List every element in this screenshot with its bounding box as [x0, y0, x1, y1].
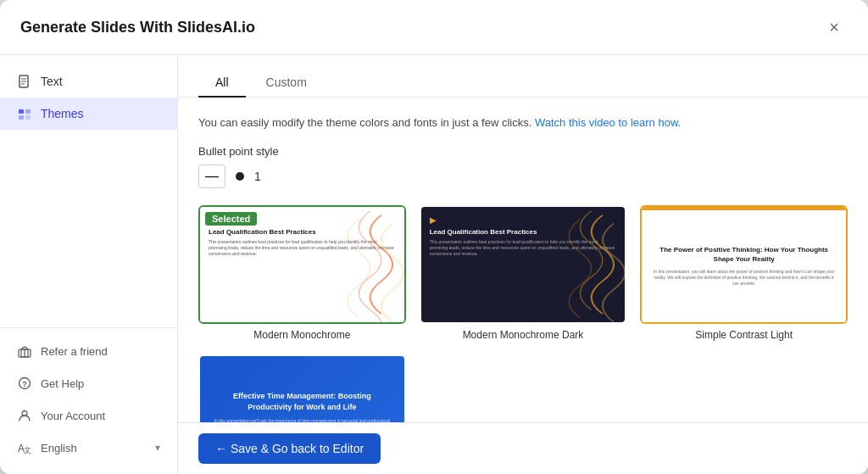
- gift-icon: [17, 343, 32, 359]
- themes-grid: Selected ▶ Lead Qualification Best Pract…: [198, 205, 848, 423]
- slide-title-2: Lead Qualification Best Practices: [430, 228, 617, 237]
- bullet-controls: — 1: [198, 165, 848, 188]
- translate-icon: A 文: [17, 440, 32, 455]
- sidebar-item-themes-label: Themes: [41, 107, 84, 120]
- svg-rect-5: [25, 109, 31, 114]
- sidebar-item-refer[interactable]: Refer a friend: [0, 335, 177, 367]
- sidebar-item-account-label: Your Account: [41, 410, 105, 422]
- language-left: A 文 English: [17, 440, 77, 455]
- slide-title-1: Lead Qualification Best Practices: [209, 228, 396, 237]
- sidebar-bottom: Refer a friend ? Get Help: [0, 327, 177, 464]
- tabs-bar: All Custom: [178, 55, 868, 98]
- sidebar-item-text-label: Text: [41, 75, 63, 88]
- theme-modern-dark-content: ▶ Lead Qualification Best Practices This…: [421, 207, 626, 322]
- theme-preview-modern-dark: ▶ Lead Qualification Best Practices This…: [420, 205, 627, 324]
- minus-icon: —: [205, 169, 219, 184]
- document-icon: [17, 74, 32, 89]
- theme-simple-light-content: The Power of Positive Thinking: How Your…: [642, 207, 846, 322]
- tab-custom[interactable]: Custom: [249, 69, 324, 98]
- chevron-down-icon: ▾: [155, 442, 160, 454]
- slide-title-3: The Power of Positive Thinking: How Your…: [650, 245, 837, 264]
- slide-body-3: In this presentation, you will learn abo…: [650, 269, 837, 287]
- sidebar-item-refer-label: Refer a friend: [41, 345, 108, 358]
- info-text: You can easily modify the theme colors a…: [198, 114, 848, 131]
- sidebar: Text Themes: [0, 55, 178, 474]
- bullet-section: Bullet point style — 1: [198, 145, 848, 188]
- sidebar-item-help[interactable]: ? Get Help: [0, 367, 177, 399]
- slide-body-4: In this presentation we'll ask the impor…: [210, 418, 394, 422]
- info-link[interactable]: Watch this video to learn how.: [535, 116, 681, 129]
- themes-icon: [17, 106, 32, 121]
- modal-header: Generate Slides With SlidesAI.io ×: [0, 0, 868, 55]
- bullet-minus-btn[interactable]: —: [198, 165, 225, 188]
- svg-rect-7: [25, 115, 31, 120]
- sidebar-item-help-label: Get Help: [41, 377, 84, 390]
- theme-preview-simple-light: The Power of Positive Thinking: How Your…: [640, 205, 848, 324]
- language-label: English: [41, 442, 77, 454]
- theme-preview-blue: Effective Time Management: Boosting Prod…: [198, 354, 406, 423]
- modal: Generate Slides With SlidesAI.io × Text: [0, 0, 868, 474]
- theme-name-2: Modern Monochrome Dark: [420, 329, 627, 341]
- svg-rect-6: [19, 115, 24, 120]
- slide-title-4: Effective Time Management: Boosting Prod…: [210, 391, 394, 412]
- slide-body-1: This presentation outlines best practice…: [209, 239, 396, 257]
- save-back-button[interactable]: ← Save & Go back to Editor: [198, 433, 381, 464]
- sidebar-item-account[interactable]: Your Account: [0, 399, 177, 432]
- theme-blue-content: Effective Time Management: Boosting Prod…: [200, 356, 404, 423]
- selected-badge: Selected: [205, 212, 257, 226]
- slide-body-2: This presentation outlines best practice…: [430, 239, 617, 257]
- theme-preview-modern-monochrome: Selected ▶ Lead Qualification Best Pract…: [198, 205, 406, 324]
- language-selector[interactable]: A 文 English ▾: [0, 432, 177, 464]
- sidebar-item-text[interactable]: Text: [0, 65, 177, 98]
- sidebar-item-themes[interactable]: Themes: [0, 98, 177, 130]
- svg-rect-4: [19, 109, 24, 114]
- modal-footer: ← Save & Go back to Editor: [178, 422, 868, 474]
- modal-body: Text Themes: [0, 55, 868, 474]
- theme-card-modern-monochrome-dark[interactable]: ▶ Lead Qualification Best Practices This…: [420, 205, 627, 341]
- sidebar-top: Text Themes: [0, 65, 177, 327]
- close-button[interactable]: ×: [821, 14, 848, 41]
- bullet-number: 1: [254, 170, 261, 183]
- info-text-main: You can easily modify the theme colors a…: [198, 116, 531, 129]
- play-icon-dark: ▶: [430, 215, 617, 225]
- bullet-dot: [236, 172, 244, 181]
- account-icon: [17, 408, 32, 423]
- theme-card-simple-contrast[interactable]: The Power of Positive Thinking: How Your…: [640, 205, 848, 341]
- theme-card-blue[interactable]: Effective Time Management: Boosting Prod…: [198, 354, 406, 423]
- theme-name-1: Modern Monochrome: [198, 329, 406, 341]
- modal-title: Generate Slides With SlidesAI.io: [20, 19, 255, 36]
- tab-all[interactable]: All: [198, 69, 246, 98]
- theme-card-modern-monochrome[interactable]: Selected ▶ Lead Qualification Best Pract…: [198, 205, 406, 341]
- main-content: All Custom You can easily modify the the…: [178, 55, 868, 474]
- help-icon: ?: [17, 376, 32, 391]
- svg-text:?: ?: [22, 380, 27, 388]
- bullet-label: Bullet point style: [198, 145, 848, 158]
- content-area: You can easily modify the theme colors a…: [178, 98, 868, 422]
- svg-text:文: 文: [24, 446, 31, 454]
- theme-name-3: Simple Contrast Light: [640, 329, 848, 341]
